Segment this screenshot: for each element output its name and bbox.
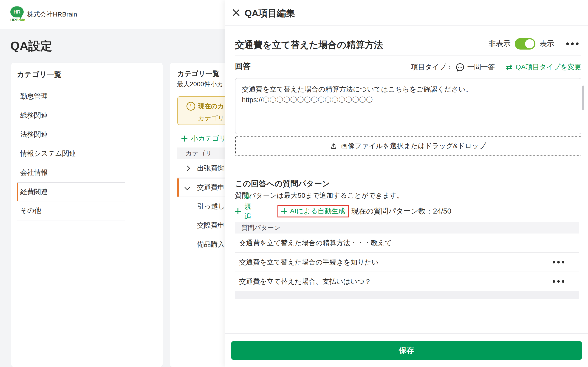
pattern-row-2[interactable]: 交通費を立て替えた場合の手続きを知りたい (235, 253, 579, 272)
panel-header: QA項目編集 (225, 0, 588, 26)
subcategory-label: 出張費関 (197, 164, 225, 173)
sidebar-item-soumu[interactable]: 総務関連 (17, 106, 125, 125)
category-label: 会社情報 (20, 168, 48, 177)
sidebar-item-keihi-selected[interactable]: 経費関連 (17, 182, 125, 201)
footer-divider (225, 333, 588, 334)
answer-label: 回答 (235, 61, 251, 72)
patterns-heading: この回答への質問パターン (235, 178, 330, 189)
logo-wordmark: HRBrain (10, 18, 29, 23)
ellipsis-menu-icon[interactable] (566, 41, 579, 47)
title-divider (235, 55, 581, 56)
save-button-label: 保存 (399, 345, 414, 356)
hrbrain-logo: HR HRBrain (10, 6, 26, 23)
patterns-column-header: 質問パターン (242, 223, 280, 232)
answer-textarea[interactable]: 交通費を立て替えた場合の精算方法についてはこちらをご確認ください。 https:… (235, 78, 581, 134)
patterns-table: 質問パターン 交通費を立て替えた場合の精算方法・・・教えて 交通費を立て替えた場… (235, 222, 579, 299)
upload-label: 画像ファイルを選択またはドラッグ&ドロップ (341, 141, 486, 151)
save-button[interactable]: 保存 (231, 341, 582, 360)
visible-label: 表示 (540, 39, 554, 49)
subcategory-label: 引っ越し (197, 202, 225, 211)
speech-bubble-icon (456, 63, 464, 71)
sidebar-item-jouhou[interactable]: 情報システム関連 (17, 144, 125, 163)
pattern-text: 交通費を立て替えた場合の手続きを知りたい (239, 258, 379, 267)
plus-icon (235, 208, 241, 214)
page-title: QA設定 (10, 38, 52, 54)
sidebar-item-kintai[interactable]: 勤怠管理 (17, 87, 125, 106)
pattern-count: 現在の質問パターン数：24/50 (351, 205, 451, 217)
section-divider (235, 170, 581, 170)
category-label: 情報システム関連 (20, 149, 76, 158)
row-menu-icon[interactable] (552, 279, 565, 284)
pattern-row-3[interactable]: 交通費を立て替えた場合、支払いはいつ？ (235, 272, 579, 291)
add-new-pattern-button[interactable]: 新規追加 (235, 205, 251, 217)
item-type-value: 一問一答 (467, 62, 495, 72)
sidebar-item-sonota[interactable]: その他 (17, 201, 125, 220)
logo-bubble-icon: HR (10, 6, 24, 17)
subcategory-subtitle: 最大2000件小カ (177, 80, 224, 89)
chevron-right-icon[interactable] (177, 166, 197, 170)
subcategory-label: 交通費申 (197, 183, 225, 192)
row-menu-icon[interactable] (552, 260, 565, 265)
pattern-row-1[interactable]: 交通費を立て替えた場合の精算方法・・・教えて (235, 234, 579, 253)
image-upload-dropzone[interactable]: 画像ファイルを選択またはドラッグ&ドロップ (235, 136, 581, 156)
ai-generate-button[interactable]: AIによる自動生成 (290, 206, 345, 216)
visibility-toggle[interactable] (515, 38, 536, 50)
swap-arrows-icon: ⇄ (506, 63, 512, 71)
pattern-text: 交通費を立て替えた場合、支払いはいつ？ (239, 277, 372, 286)
ai-generate-highlight-box: AIによる自動生成 (277, 205, 349, 217)
sidebar-item-kaisha[interactable]: 会社情報 (17, 163, 125, 182)
plus-icon (182, 135, 187, 142)
chevron-down-icon[interactable] (177, 186, 197, 190)
qa-item-title: 交通費を立て替えた場合の精算方法 (235, 39, 383, 51)
category-list-card: カテゴリ一覧 勤怠管理 総務関連 法務関連 情報システム関連 会社情報 経費関連… (11, 63, 163, 367)
item-type-row: 項目タイプ： 一問一答 ⇄ QA項目タイプを変更 (411, 62, 581, 72)
category-label: 総務関連 (20, 111, 48, 120)
logo-wordmark-hr: HR (10, 18, 16, 22)
subcategory-title: カテゴリ一覧 (177, 69, 219, 78)
patterns-table-header: 質問パターン (235, 222, 579, 234)
table-footer-band (235, 291, 579, 299)
visibility-controls: 非表示 表示 (489, 38, 579, 50)
hidden-label: 非表示 (489, 39, 510, 49)
plus-icon (281, 208, 287, 214)
sidebar-item-houmu[interactable]: 法務関連 (17, 125, 125, 144)
add-subcategory-label: 小カテゴリ (191, 134, 226, 143)
logo-wordmark-brain: Brain (16, 18, 25, 22)
subcategory-label: 交際費申 (197, 221, 225, 230)
subcategory-label: 備品購入 (197, 240, 225, 249)
screen: HR HRBrain 株式会社HRBrain QA設定 カテゴリ一覧 勤怠管理 … (0, 0, 588, 367)
category-label: その他 (20, 206, 41, 215)
patterns-caption: 質問パターンは最大50まで追加することができます。 (235, 191, 404, 200)
answer-line1: 交通費を立て替えた場合の精算方法についてはこちらをご確認ください。 (242, 84, 574, 94)
panel-scrollbar-thumb[interactable] (582, 85, 584, 110)
category-list-title: カテゴリ一覧 (17, 69, 61, 80)
company-name: 株式会社HRBrain (27, 10, 77, 19)
category-label: 勤怠管理 (20, 92, 48, 101)
category-list: 勤怠管理 総務関連 法務関連 情報システム関連 会社情報 経費関連 その他 (17, 87, 125, 220)
close-icon[interactable] (232, 9, 240, 17)
answer-line2: https://〇〇〇〇〇〇〇〇〇〇〇〇〇〇〇〇 (242, 94, 574, 105)
subcategory-column-header: カテゴリ (186, 149, 212, 158)
item-type-prefix: 項目タイプ： (411, 62, 453, 72)
category-label: 法務関連 (20, 130, 48, 139)
change-qa-type-link[interactable]: QA項目タイプを変更 (516, 62, 581, 72)
upload-icon (330, 143, 337, 150)
warning-circle-icon (187, 102, 195, 110)
pattern-text: 交通費を立て替えた場合の精算方法・・・教えて (239, 238, 392, 248)
add-subcategory-link[interactable]: 小カテゴリ (182, 134, 226, 143)
qa-edit-panel: QA項目編集 交通費を立て替えた場合の精算方法 非表示 表示 回答 項目タイプ：… (225, 0, 588, 367)
logo-bubble-text: HR (14, 9, 20, 15)
panel-title: QA項目編集 (245, 7, 295, 19)
category-label: 経費関連 (20, 187, 48, 197)
warning-text-line1: 現在のカ (198, 102, 224, 110)
